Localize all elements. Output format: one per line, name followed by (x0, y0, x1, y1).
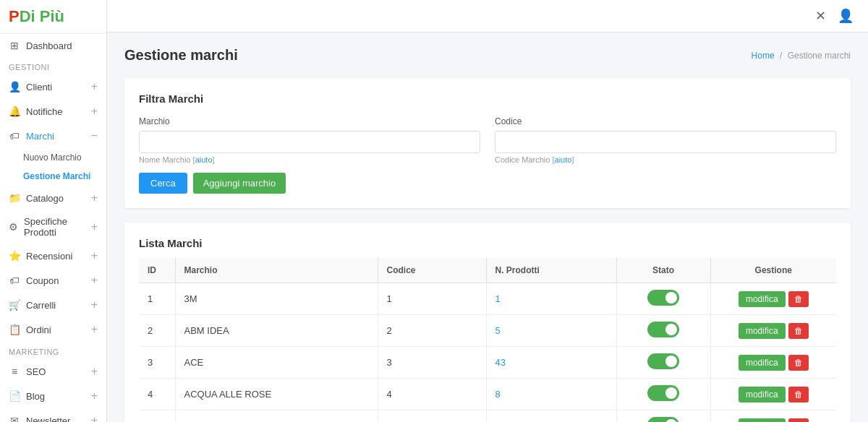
stato-toggle[interactable] (647, 353, 679, 369)
col-marchio: Marchio (175, 258, 378, 283)
breadcrumb-separator: / (780, 51, 782, 61)
table-row: 3 ACE 3 43 modifica 🗑 (139, 347, 836, 379)
coupon-plus-icon: + (91, 274, 98, 287)
action-cell: modifica 🗑 (720, 291, 828, 307)
sidebar-item-seo[interactable]: ≡ SEO + (0, 359, 106, 384)
table-row: 5 AD TREND 5 12 modifica 🗑 (139, 410, 836, 423)
delete-button[interactable]: 🗑 (788, 323, 809, 339)
col-gestione: Gestione (710, 258, 836, 283)
stato-toggle[interactable] (647, 290, 679, 306)
modifica-button[interactable]: modifica (739, 418, 786, 423)
sidebar-item-catalogo[interactable]: 📁 Catalogo + (0, 186, 106, 210)
delete-button[interactable]: 🗑 (788, 387, 809, 402)
nprodotti-link[interactable]: 5 (495, 325, 501, 336)
marchio-hint-link[interactable]: aiuto (195, 155, 213, 164)
cell-marchio: ACE (175, 347, 378, 379)
marchi-table: ID Marchio Codice N. Prodotti Stato Gest… (139, 258, 836, 422)
sidebar-subitem-nuovo-marchio[interactable]: Nuovo Marchio (0, 148, 106, 167)
delete-button[interactable]: 🗑 (788, 355, 809, 371)
codice-hint-link[interactable]: aiuto (555, 155, 572, 164)
table-card: Lista Marchi ID Marchio Codice N. Prodot… (124, 223, 851, 422)
cell-gestione: modifica 🗑 (710, 283, 836, 315)
sidebar: PDi Più ⊞ Dashboard Gestioni 👤 Clienti +… (0, 0, 107, 422)
cell-marchio: AD TREND (175, 410, 378, 423)
filter-row: Marchio Nome Marchio [aiuto] Codice Codi… (139, 116, 836, 164)
filter-actions: Cerca Aggiungi marchio (139, 173, 836, 194)
sidebar-item-carrelli[interactable]: 🛒 Carrelli + (0, 293, 106, 317)
cell-nprodotti: 8 (486, 379, 616, 410)
cell-codice: 2 (378, 315, 486, 347)
nprodotti-link[interactable]: 1 (495, 293, 501, 304)
nprodotti-link[interactable]: 8 (495, 389, 501, 400)
modifica-button[interactable]: modifica (739, 387, 786, 402)
logo: PDi Più (0, 0, 106, 34)
sidebar-item-marchi[interactable]: 🏷 Marchi − (0, 124, 106, 148)
modifica-button[interactable]: modifica (739, 323, 786, 339)
catalogo-icon: 📁 (9, 192, 20, 204)
sidebar-item-label: Notifiche (26, 106, 63, 117)
sidebar-item-dashboard[interactable]: ⊞ Dashboard (0, 34, 106, 57)
newsletter-icon: ✉ (9, 415, 20, 422)
modifica-button[interactable]: modifica (739, 355, 786, 371)
blog-icon: 📄 (9, 390, 20, 402)
dashboard-icon: ⊞ (9, 40, 20, 51)
action-cell: modifica 🗑 (720, 323, 828, 339)
codice-input[interactable] (495, 131, 836, 153)
cell-gestione: modifica 🗑 (710, 410, 836, 423)
recensioni-icon: ⭐ (9, 250, 20, 262)
sidebar-item-recensioni[interactable]: ⭐ Recensioni + (0, 244, 106, 268)
main-content: ✕ 👤 Gestione marchi Home / Gestione marc… (107, 0, 868, 422)
cell-stato (616, 347, 710, 379)
sidebar-subitem-gestione-marchi[interactable]: Gestione Marchi (0, 167, 106, 186)
table-row: 2 ABM IDEA 2 5 modifica 🗑 (139, 315, 836, 347)
stato-toggle[interactable] (647, 385, 679, 401)
sidebar-item-label: Recensioni (26, 251, 72, 262)
marchi-minus-icon: − (91, 129, 98, 142)
col-id: ID (139, 258, 175, 283)
catalogo-plus-icon: + (91, 191, 98, 204)
nprodotti-link[interactable]: 43 (495, 357, 506, 368)
cell-codice: 5 (378, 410, 486, 423)
filter-card: Filtra Marchi Marchio Nome Marchio [aiut… (124, 78, 851, 208)
sidebar-item-label: SEO (26, 366, 46, 377)
logo-text: PDi Più (9, 7, 64, 26)
cell-marchio: ACQUA ALLE ROSE (175, 379, 378, 410)
filter-title: Filtra Marchi (139, 92, 836, 105)
cell-id: 2 (139, 315, 175, 347)
breadcrumb-home[interactable]: Home (752, 51, 775, 61)
action-cell: modifica 🗑 (720, 387, 828, 402)
nuovo-marchio-label: Nuovo Marchio (23, 152, 82, 163)
sidebar-item-blog[interactable]: 📄 Blog + (0, 384, 106, 408)
sidebar-item-label: Newsletter (26, 415, 70, 423)
sidebar-item-label: Clienti (26, 82, 52, 92)
cell-marchio: 3M (175, 283, 378, 315)
user-icon[interactable]: 👤 (838, 8, 854, 24)
marchio-input[interactable] (139, 131, 480, 153)
sidebar-item-specifiche-prodotti[interactable]: ⚙ Specifiche Prodotti + (0, 210, 106, 244)
sidebar-item-clienti[interactable]: 👤 Clienti + (0, 74, 106, 99)
delete-button[interactable]: 🗑 (788, 291, 809, 307)
table-header-row: ID Marchio Codice N. Prodotti Stato Gest… (139, 258, 836, 283)
sidebar-item-label: Blog (26, 391, 45, 402)
fullscreen-icon[interactable]: ✕ (815, 8, 826, 24)
marchi-icon: 🏷 (9, 130, 20, 142)
search-button[interactable]: Cerca (139, 173, 187, 194)
cell-nprodotti: 43 (486, 347, 616, 379)
topbar: ✕ 👤 (107, 0, 868, 33)
carrelli-plus-icon: + (91, 298, 98, 311)
cell-gestione: modifica 🗑 (710, 347, 836, 379)
sidebar-item-notifiche[interactable]: 🔔 Notifiche + (0, 99, 106, 124)
cell-id: 3 (139, 347, 175, 379)
modifica-button[interactable]: modifica (739, 291, 786, 307)
sidebar-item-newsletter[interactable]: ✉ Newsletter + (0, 408, 106, 422)
sidebar-item-label: Carrelli (26, 300, 56, 311)
notifiche-plus-icon: + (91, 105, 98, 118)
cell-nprodotti: 12 (486, 410, 616, 423)
seo-plus-icon: + (91, 365, 98, 378)
add-marchio-button[interactable]: Aggiungi marchio (193, 173, 286, 194)
stato-toggle[interactable] (647, 322, 679, 337)
sidebar-item-coupon[interactable]: 🏷 Coupon + (0, 268, 106, 293)
delete-button[interactable]: 🗑 (788, 418, 809, 423)
stato-toggle[interactable] (647, 417, 679, 422)
sidebar-item-ordini[interactable]: 📋 Ordini + (0, 317, 106, 342)
